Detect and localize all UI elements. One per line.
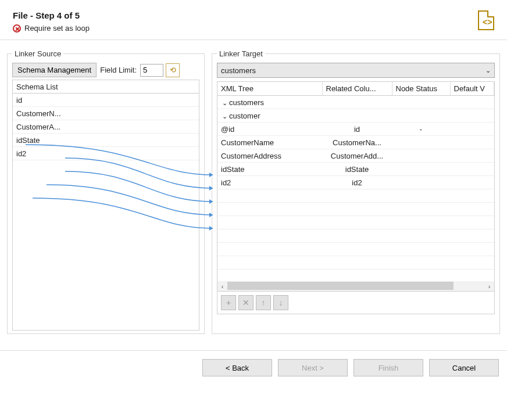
linker-target-legend: Linker Target [217, 49, 265, 58]
scroll-track[interactable] [227, 281, 484, 291]
wizard-header: File - Step 4 of 5 Require set as loop <… [0, 0, 507, 40]
schema-list-item[interactable]: idState [13, 134, 199, 147]
table-row [217, 229, 494, 243]
table-row [217, 189, 494, 203]
table-row[interactable]: idStateidState [217, 163, 494, 176]
node-status-cell [392, 96, 450, 109]
default-value-cell [450, 136, 494, 149]
add-node-button[interactable]: + [221, 295, 236, 310]
wizard-footer: < Back Next > Finish Cancel [0, 351, 507, 385]
expand-icon[interactable]: ⌄ [221, 113, 228, 120]
related-column-cell: id [322, 123, 392, 136]
default-value-cell [450, 109, 494, 123]
table-row[interactable]: @idid- [217, 123, 494, 136]
source-controls: Schema Management Field Limit: ⟲ [12, 63, 199, 77]
move-down-button[interactable]: ↓ [273, 295, 288, 310]
linker-source-fieldset: Linker Source Schema Management Field Li… [7, 49, 205, 334]
node-status-cell: - [392, 123, 450, 136]
default-value-cell [450, 123, 494, 136]
xml-tree-table: XML Tree Related Colu... Node Status Def… [217, 82, 494, 283]
xml-tree-cell: idState [217, 163, 322, 176]
col-node-status[interactable]: Node Status [392, 82, 450, 96]
scroll-left-icon[interactable]: ‹ [217, 281, 227, 291]
schema-list: Schema List id CustomerN... CustomerA...… [12, 80, 199, 331]
related-column-cell [322, 109, 392, 123]
chevron-down-icon: ⌄ [485, 67, 491, 74]
xml-tree-cell: @id [217, 123, 322, 136]
table-row [217, 256, 494, 270]
schema-list-item[interactable]: id [13, 94, 199, 107]
schema-management-button[interactable]: Schema Management [12, 63, 97, 77]
default-value-cell [450, 96, 494, 109]
wizard-title: File - Step 4 of 5 [13, 10, 90, 20]
xml-tree-cell: CustomerName [217, 136, 322, 149]
node-status-cell [392, 109, 450, 123]
table-row[interactable]: ⌄customer [217, 109, 494, 123]
table-row[interactable]: id2id2 [217, 176, 494, 189]
error-message-text: Require set as loop [24, 24, 90, 33]
table-row [217, 243, 494, 256]
xml-tree-cell: CustomerAddress [217, 149, 322, 163]
error-icon [13, 24, 21, 33]
xml-tree-cell: id2 [217, 176, 322, 189]
horizontal-scrollbar[interactable]: ‹ › [217, 281, 494, 291]
scroll-right-icon[interactable]: › [484, 281, 494, 291]
related-column-cell: CustomerAdd... [322, 149, 392, 163]
node-status-cell [392, 176, 450, 189]
col-xml-tree[interactable]: XML Tree [217, 82, 322, 96]
default-value-cell [450, 176, 494, 189]
expand-icon[interactable]: ⌄ [221, 99, 228, 107]
default-value-cell [450, 149, 494, 163]
related-column-cell: id2 [322, 176, 392, 189]
linker-source-legend: Linker Source [12, 49, 63, 58]
refresh-button[interactable]: ⟲ [166, 63, 180, 77]
xml-tree-header-row: XML Tree Related Colu... Node Status Def… [217, 82, 494, 96]
finish-button[interactable]: Finish [354, 359, 423, 376]
cancel-button[interactable]: Cancel [429, 359, 499, 376]
node-status-cell [392, 149, 450, 163]
main-panel: Linker Source Schema Management Field Li… [0, 40, 507, 340]
default-value-cell [450, 163, 494, 176]
col-default[interactable]: Default V [450, 82, 494, 96]
node-status-cell [392, 163, 450, 176]
back-button[interactable]: < Back [202, 359, 272, 376]
scroll-thumb[interactable] [227, 282, 454, 290]
target-combo-value: customers [221, 66, 256, 75]
target-combo[interactable]: customers ⌄ [217, 63, 495, 78]
table-row[interactable]: ⌄customers [217, 96, 494, 109]
file-icon: <> [478, 10, 494, 30]
table-row [217, 216, 494, 229]
table-row[interactable]: CustomerNameCustomerNa... [217, 136, 494, 149]
xml-tree-table-box: XML Tree Related Colu... Node Status Def… [217, 81, 495, 292]
xml-tree-cell: ⌄customers [217, 96, 322, 109]
table-row[interactable]: CustomerAddressCustomerAdd... [217, 149, 494, 163]
next-button[interactable]: Next > [278, 359, 348, 376]
tree-toolbar: + ✕ ↑ ↓ [217, 292, 495, 314]
schema-list-item[interactable]: id2 [13, 147, 199, 160]
related-column-cell: idState [322, 163, 392, 176]
schema-list-item[interactable]: CustomerA... [13, 120, 199, 134]
related-column-cell: CustomerNa... [322, 136, 392, 149]
xml-tree-cell: ⌄customer [217, 109, 322, 123]
remove-node-button[interactable]: ✕ [238, 295, 254, 310]
move-up-button[interactable]: ↑ [256, 295, 271, 310]
schema-list-header: Schema List [13, 80, 199, 94]
table-row [217, 203, 494, 216]
linker-target-fieldset: Linker Target customers ⌄ XML Tree Relat… [212, 49, 500, 334]
node-status-cell [392, 136, 450, 149]
schema-list-item[interactable]: CustomerN... [13, 107, 199, 120]
error-message: Require set as loop [13, 24, 90, 33]
field-limit-label: Field Limit: [99, 66, 138, 74]
field-limit-input[interactable] [140, 64, 163, 77]
related-column-cell [322, 96, 392, 109]
col-related[interactable]: Related Colu... [322, 82, 392, 96]
